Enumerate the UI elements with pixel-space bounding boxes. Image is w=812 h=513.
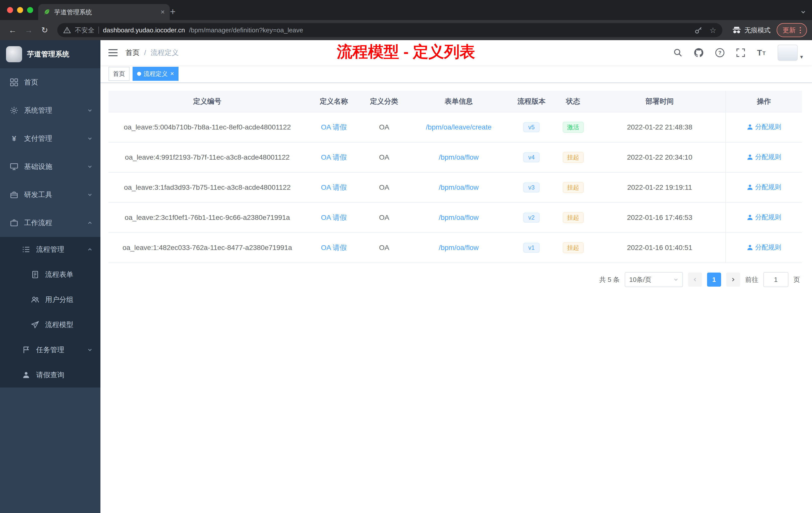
sidebar-item-process-form[interactable]: 流程表单 xyxy=(0,262,100,287)
main-area: 首页 / 流程定义 xyxy=(100,40,812,513)
minimize-window-button[interactable] xyxy=(17,7,23,13)
assign-rule-button[interactable]: 分配规则 xyxy=(747,213,781,221)
cell-definition-name[interactable]: OA 请假 xyxy=(306,173,361,203)
flag-icon xyxy=(22,346,30,354)
sidebar-logo[interactable]: 芋道管理系统 xyxy=(0,40,100,68)
content-area: 定义编号 定义名称 定义分类 表单信息 流程版本 状态 部署时间 操作 oa_l… xyxy=(100,83,812,513)
user-avatar-dropdown[interactable] xyxy=(778,45,803,61)
sidebar-item-process-mgmt[interactable]: 流程管理 xyxy=(0,237,100,262)
cell-definition-name[interactable]: OA 请假 xyxy=(306,203,361,233)
font-size-icon[interactable] xyxy=(757,49,765,57)
tag-process-definition[interactable]: 流程定义 xyxy=(133,67,178,81)
version-tag: v5 xyxy=(523,122,540,132)
bookmark-star-icon[interactable] xyxy=(709,26,716,35)
tag-close-icon[interactable] xyxy=(170,70,174,77)
sidebar-item-label: 任务管理 xyxy=(36,345,81,355)
sidebar-item-process-model[interactable]: 流程模型 xyxy=(0,312,100,337)
chevron-down-icon xyxy=(87,164,92,169)
cell-definition-name[interactable]: OA 请假 xyxy=(306,233,361,263)
fullscreen-icon[interactable] xyxy=(736,49,745,57)
cell-category: OA xyxy=(361,112,407,142)
browser-menu-dots-icon[interactable] xyxy=(800,27,801,33)
pagination: 共 5 条 10条/页 1 前往 页 xyxy=(109,272,802,287)
sidebar-item-leave-query[interactable]: 请假查询 xyxy=(0,362,100,388)
browser-update-button[interactable]: 更新 xyxy=(777,23,807,37)
document-icon xyxy=(31,271,39,279)
cell-deploy-time: 2022-01-16 01:40:51 xyxy=(594,233,726,263)
incognito-badge: 无痕模式 xyxy=(732,26,771,35)
close-window-button[interactable] xyxy=(7,7,13,13)
pagination-total: 共 5 条 xyxy=(599,275,620,284)
status-badge: 挂起 xyxy=(563,212,584,223)
forward-button[interactable] xyxy=(21,23,36,38)
sidebar-item-payment[interactable]: 支付管理 xyxy=(0,124,100,153)
cell-deploy-time: 2022-01-16 17:46:53 xyxy=(594,203,726,233)
version-tag: v4 xyxy=(523,152,540,162)
sidebar-item-home[interactable]: 首页 xyxy=(0,68,100,96)
cell-definition-name[interactable]: OA 请假 xyxy=(306,112,361,142)
paper-plane-icon xyxy=(31,321,39,329)
form-link[interactable]: /bpm/oa/flow xyxy=(439,244,478,251)
password-key-icon[interactable] xyxy=(695,26,702,34)
sidebar-item-label: 流程模型 xyxy=(45,320,92,330)
update-label: 更新 xyxy=(783,26,796,35)
profile-chevron-down-icon[interactable] xyxy=(801,7,806,17)
hamburger-icon[interactable] xyxy=(109,49,117,57)
version-tag: v1 xyxy=(523,243,540,253)
page-number-1[interactable]: 1 xyxy=(707,273,721,286)
assign-rule-button[interactable]: 分配规则 xyxy=(747,153,781,161)
col-form-info: 表单信息 xyxy=(407,91,511,112)
page-size-select[interactable]: 10条/页 xyxy=(625,272,683,287)
sidebar-item-workflow[interactable]: 工作流程 xyxy=(0,209,100,237)
window-controls xyxy=(7,7,33,13)
form-link[interactable]: /bpm/oa/flow xyxy=(439,153,478,161)
reload-button[interactable] xyxy=(37,23,52,38)
toolbox-icon xyxy=(10,191,18,199)
form-link[interactable]: /bpm/oa/flow xyxy=(439,214,478,221)
form-link[interactable]: /bpm/oa/flow xyxy=(439,183,478,191)
search-icon[interactable] xyxy=(674,49,682,57)
cell-deploy-time: 2022-01-22 20:34:10 xyxy=(594,142,726,173)
url-domain: dashboard.yudao.iocoder.cn xyxy=(103,26,185,34)
incognito-label: 无痕模式 xyxy=(745,26,771,35)
favicon-icon xyxy=(43,8,50,16)
gear-icon xyxy=(10,107,18,115)
zoom-window-button[interactable] xyxy=(27,7,33,13)
form-link[interactable]: /bpm/oa/leave/create xyxy=(426,123,492,131)
status-badge: 挂起 xyxy=(563,152,584,163)
browser-toolbar: 不安全 dashboard.yudao.iocoder.cn /bpm/mana… xyxy=(0,20,812,40)
cell-definition-id: oa_leave:3:1fad3d93-7b75-11ec-a3c8-acde4… xyxy=(109,173,306,203)
sidebar-item-devtools[interactable]: 研发工具 xyxy=(0,181,100,209)
breadcrumb-home[interactable]: 首页 xyxy=(125,48,140,58)
user-avatar xyxy=(778,45,798,61)
github-icon[interactable] xyxy=(694,48,703,57)
assign-rule-button[interactable]: 分配规则 xyxy=(747,122,781,131)
users-icon xyxy=(31,296,39,304)
chevron-down-icon xyxy=(87,136,92,141)
tag-home[interactable]: 首页 xyxy=(109,67,129,81)
browser-tab[interactable]: 芋道管理系统 xyxy=(38,4,170,20)
cell-definition-name[interactable]: OA 请假 xyxy=(306,142,361,173)
assign-rule-button[interactable]: 分配规则 xyxy=(747,243,781,252)
table-row: oa_leave:1:482ec033-762a-11ec-8477-a2380… xyxy=(109,233,802,263)
tab-close-icon[interactable] xyxy=(161,8,165,16)
sidebar-item-task-mgmt[interactable]: 任务管理 xyxy=(0,337,100,362)
incognito-icon xyxy=(732,26,741,34)
help-icon[interactable] xyxy=(715,48,724,57)
new-tab-button[interactable] xyxy=(166,4,180,19)
table-row: oa_leave:5:004b710b-7b8a-11ec-8ef0-acde4… xyxy=(109,112,802,142)
chevron-down-icon xyxy=(87,192,92,197)
sidebar-item-user-group[interactable]: 用户分组 xyxy=(0,287,100,312)
goto-page-input[interactable] xyxy=(763,272,788,287)
prev-page-button[interactable] xyxy=(688,273,702,286)
assign-rule-button[interactable]: 分配规则 xyxy=(747,183,781,191)
sidebar-item-infra[interactable]: 基础设施 xyxy=(0,153,100,181)
sidebar-item-label: 基础设施 xyxy=(24,162,81,172)
yen-icon xyxy=(10,134,18,143)
back-button[interactable] xyxy=(5,23,20,38)
table-header-row: 定义编号 定义名称 定义分类 表单信息 流程版本 状态 部署时间 操作 xyxy=(109,91,802,112)
address-bar[interactable]: 不安全 dashboard.yudao.iocoder.cn /bpm/mana… xyxy=(57,23,722,37)
cell-definition-id: oa_leave:1:482ec033-762a-11ec-8477-a2380… xyxy=(109,233,306,263)
next-page-button[interactable] xyxy=(726,273,740,286)
sidebar-item-system[interactable]: 系统管理 xyxy=(0,96,100,124)
